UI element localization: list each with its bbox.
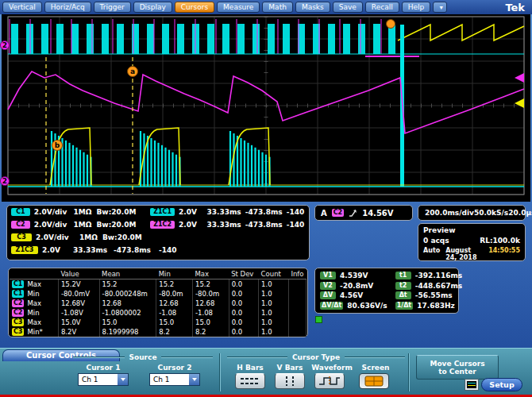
inv-dt-badge: 1/Δt — [395, 302, 414, 310]
table-row: C3Min* 8.2V8.1999998 8.28.2 0.01.0 — [10, 327, 306, 337]
dt-value: -56.55ms — [415, 291, 453, 299]
freq-value: 17.683Hz — [417, 302, 455, 310]
rising-edge-icon — [349, 209, 357, 218]
ch2-ground-label: 2 — [2, 41, 7, 49]
ch1-badge: C1 — [11, 208, 30, 216]
cursor-a-label: a — [130, 67, 135, 75]
ch2-badge: C2 — [11, 221, 30, 229]
sample-resolution: 20.0µs — [508, 209, 532, 217]
measurement-table-box: Value Mean Min Max St Dev Count Info C1M… — [8, 268, 308, 337]
cursor1-source-select[interactable]: Ch 1 — [78, 373, 129, 386]
menu-item-trigger[interactable]: Trigger — [94, 2, 131, 13]
table-row: C2Min -1.08V-1.0800002 -1.08-1.08 0.01.0 — [10, 308, 306, 318]
menu-item-save[interactable]: Save — [333, 2, 363, 13]
h-bars-label: H Bars — [232, 364, 268, 372]
v2-value: -20.8mV — [340, 282, 373, 290]
ch1-bandwidth: Bw:20.0M — [96, 208, 136, 216]
v-bars-icon — [278, 376, 302, 387]
row-ch-badge: C1 — [12, 290, 24, 298]
table-row: C3Max 15.0V15.0 15.015.0 0.01.0 — [10, 318, 306, 327]
ch3-bandwidth: Bw:20.0M — [102, 233, 142, 241]
cursor-type-section-label: Cursor Type — [227, 353, 405, 361]
move-cursors-to-center-button[interactable]: Move Cursors to Center — [416, 355, 499, 380]
menu-item-horiz-acq[interactable]: Horiz/Acq — [44, 2, 91, 13]
trigger-level: 14.56V — [362, 209, 393, 218]
tek-logo: Tek — [505, 2, 530, 13]
waveform-cursor-button[interactable] — [314, 373, 345, 389]
menu-item-vertical[interactable]: Vertical — [2, 2, 42, 13]
ch1-scale: 2.0V/div — [34, 208, 70, 216]
channel-readout-box: C1 2.0V/div 1MΩBw:20.0M Z1C1 2.0V 33.33m… — [6, 205, 310, 260]
z1c2-scale: 2.0V — [179, 221, 203, 229]
z1c1-time1: 33.33ms — [207, 208, 241, 216]
v1-value: 4.539V — [340, 272, 368, 279]
divider — [345, 357, 405, 358]
z1c3-time2: -473.8ms — [114, 246, 155, 254]
sample-rate: 50.0kS/s — [474, 209, 508, 217]
date-display: August 24, 2018 — [445, 247, 483, 261]
screen-cursor-button[interactable] — [359, 373, 389, 389]
waveform-display[interactable]: a b 2 2 — [2, 14, 530, 202]
z1c1-scale: 2.0V — [179, 208, 203, 216]
table-header-row: Value Mean Min Max St Dev Count Info — [10, 269, 306, 279]
dropdown-arrow-icon[interactable] — [118, 374, 128, 385]
cursor1-source-value: Ch 1 — [79, 374, 118, 385]
zoom-position-marker[interactable] — [386, 19, 395, 29]
acquisition-readout-box: Preview 0 acqs RL:100.0k Auto August 24,… — [418, 223, 526, 261]
z1c1-badge: Z1C1 — [150, 208, 175, 216]
cursor-a-marker[interactable]: a — [127, 66, 138, 77]
z1c2-badge: Z1C2 — [150, 221, 175, 229]
waveform-cursor-icon — [318, 376, 341, 387]
timebase-readout-box: 200.0ms/div 50.0kS/s 20.0µs — [418, 205, 526, 221]
ch2-ground-marker-overview[interactable]: 2 — [0, 40, 10, 50]
screen-label: Screen — [357, 364, 394, 372]
dvdt-value: 80.636V/s — [347, 302, 387, 310]
dropdown-arrow-icon[interactable] — [189, 374, 199, 385]
z1c3-pos: -140 — [159, 246, 179, 254]
cursor1-label: Cursor 1 — [76, 364, 130, 372]
v-bars-button[interactable] — [275, 373, 305, 389]
t2-badge: t2 — [395, 282, 411, 290]
setup-button[interactable]: Setup — [481, 378, 522, 391]
z1c3-time1: 33.33ms — [73, 246, 110, 254]
divider — [227, 357, 287, 358]
ch3-impedance: 1MΩ — [79, 233, 98, 241]
divider — [408, 353, 410, 391]
menu-item-math[interactable]: Math — [262, 2, 293, 13]
z1c2-time2: -473.8ms — [245, 221, 283, 229]
row-ch-badge: C2 — [12, 299, 24, 307]
cursor2-source-select[interactable]: Ch 1 — [149, 373, 200, 386]
waveform-graticule — [2, 14, 530, 202]
trigger-a-label: A — [321, 209, 327, 218]
z1c3-badge: Z1C3 — [11, 246, 38, 254]
time-display: 14:50:55 — [488, 247, 520, 261]
ch2-ground-marker-zoom[interactable]: 2 — [0, 176, 10, 186]
cursor2-label: Cursor 2 — [148, 364, 202, 372]
row-ch-badge: C3 — [12, 318, 24, 326]
menu-bar: Vertical Horiz/Acq Trigger Display Curso… — [0, 0, 532, 14]
row-ch-badge: C2 — [12, 309, 24, 317]
menu-item-display[interactable]: Display — [133, 2, 172, 13]
menu-item-measure[interactable]: Measure — [217, 2, 260, 13]
table-row: C2Max 12.68V12.68 12.6812.68 0.01.0 — [10, 299, 306, 308]
ch3-badge: C3 — [11, 233, 32, 241]
setup-preview-icon[interactable] — [465, 379, 479, 391]
measurement-table: Value Mean Min Max St Dev Count Info C1M… — [10, 269, 306, 337]
z1c2-pos: -140 — [287, 221, 305, 229]
menu-item-recall[interactable]: Recall — [365, 2, 399, 13]
menu-item-cursors[interactable]: Cursors — [175, 2, 214, 13]
table-row: C1Min -80.0mV-80.000248m -80.0m-80.0m 0.… — [10, 289, 306, 299]
menu-item-masks[interactable]: Masks — [295, 2, 330, 13]
cursor-b-marker[interactable]: b — [52, 140, 63, 151]
screen-cursor-icon — [362, 376, 386, 387]
cursor-active-indicator — [315, 316, 322, 323]
timebase-scale: 200.0ms/div — [425, 209, 474, 217]
menu-overflow-button[interactable]: ▼ — [433, 2, 447, 13]
dvdt-badge: ΔV/Δt — [320, 302, 343, 310]
h-bars-button[interactable] — [235, 373, 265, 389]
waveform-label: Waveform — [310, 364, 354, 372]
readout-zone: C1 2.0V/div 1MΩBw:20.0M Z1C1 2.0V 33.33m… — [0, 202, 532, 348]
menu-item-help[interactable]: Help — [402, 2, 431, 13]
z1c1-pos: -140 — [287, 208, 305, 216]
cursor-b-label: b — [55, 141, 60, 149]
